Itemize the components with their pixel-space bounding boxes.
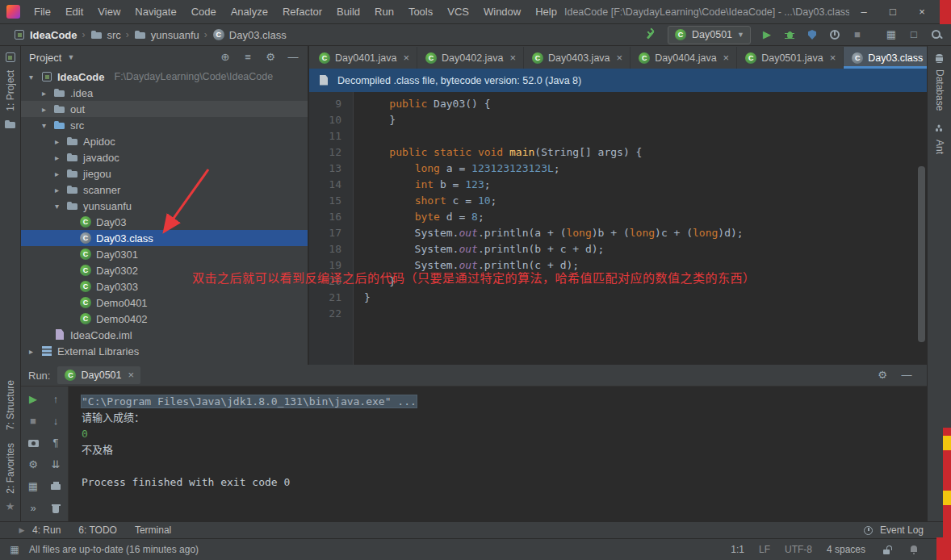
close-icon[interactable]: × <box>403 52 409 64</box>
expand-arrow-icon[interactable]: ▸ <box>39 105 49 114</box>
star-icon[interactable]: ★ <box>4 500 17 513</box>
run-tab-day0501[interactable]: C Day0501 × <box>57 366 140 384</box>
toolwindow-4-run-button[interactable]: ▶4: Run <box>6 522 69 538</box>
toolwindow-structure-button[interactable]: 7: Structure <box>5 380 16 430</box>
expand-arrow-icon[interactable]: ▸ <box>52 137 62 146</box>
tree-item-scanner[interactable]: ▸scanner <box>21 182 308 198</box>
lock-icon[interactable] <box>880 543 893 556</box>
menu-edit[interactable]: Edit <box>58 0 90 23</box>
file-encoding[interactable]: UTF-8 <box>785 544 812 555</box>
tree-item-external-libraries[interactable]: ▸External Libraries <box>21 343 308 359</box>
close-icon[interactable]: × <box>723 52 730 64</box>
stop-icon[interactable]: ■ <box>851 28 864 41</box>
rerun-button[interactable]: ▶ <box>25 392 41 407</box>
menu-window[interactable]: Window <box>476 0 528 23</box>
expand-arrow-icon[interactable]: ▸ <box>52 186 62 194</box>
ant-icon[interactable] <box>933 123 946 136</box>
line-separator[interactable]: LF <box>759 544 770 555</box>
menu-tools[interactable]: Tools <box>401 0 440 23</box>
stop-button[interactable]: ■ <box>25 414 41 428</box>
toolwindow-favorites-button[interactable]: 2: Favorites <box>5 443 16 494</box>
menu-vcs[interactable]: VCS <box>440 0 476 23</box>
run-icon[interactable]: ▶ <box>760 28 773 41</box>
maximize-button[interactable]: □ <box>878 0 907 23</box>
screenshot-button[interactable] <box>25 436 41 450</box>
caret-position[interactable]: 1:1 <box>731 544 744 555</box>
close-icon[interactable]: × <box>510 52 517 64</box>
breadcrumb-item-yunsuanfu[interactable]: yunsuanfu <box>132 28 201 41</box>
close-icon[interactable]: × <box>830 52 836 64</box>
indent-style[interactable]: 4 spaces <box>827 544 865 555</box>
tab-day0403-java[interactable]: CDay0403.java× <box>524 47 631 69</box>
tab-day0404-java[interactable]: CDay0404.java× <box>631 47 737 69</box>
tree-item-ideacode[interactable]: ▾IdeaCodeF:\DaydayLearning\Code\IdeaCode <box>21 69 308 85</box>
menu-navigate[interactable]: Navigate <box>128 0 183 23</box>
debug-icon[interactable] <box>783 28 796 41</box>
tree-item-idea[interactable]: ▸.idea <box>21 85 308 101</box>
editor-scrollbar-thumb[interactable] <box>918 166 925 342</box>
event-log-button[interactable]: Event Log <box>862 524 945 537</box>
tab-day0401-java[interactable]: CDay0401.java× <box>311 47 417 69</box>
expand-arrow-icon[interactable]: ▸ <box>52 153 62 162</box>
minimize-button[interactable]: – <box>849 0 878 23</box>
collapse-all-button[interactable]: ≡ <box>241 51 254 64</box>
breadcrumb-item-day03-class[interactable]: CDay03.class <box>211 28 288 41</box>
settings-button[interactable]: ⚙ <box>876 369 889 382</box>
bell-icon[interactable] <box>907 543 920 556</box>
collapse-arrow-icon[interactable]: ▾ <box>39 121 49 130</box>
up-button[interactable]: ↑ <box>48 392 64 407</box>
menu-code[interactable]: Code <box>184 0 224 23</box>
project-panel-title[interactable]: Project <box>29 52 61 64</box>
chevron-down-icon[interactable]: ▼ <box>67 53 74 61</box>
run-config-selector[interactable]: C Day0501 ▼ <box>668 26 751 44</box>
locate-button[interactable]: ⊕ <box>219 51 232 64</box>
hide-button[interactable]: — <box>900 369 913 382</box>
settings-button[interactable]: ⚙ <box>264 51 277 64</box>
tree-item-demo0401[interactable]: CDemo0401 <box>21 295 308 311</box>
scroll-end-button[interactable]: ⇊ <box>48 458 64 472</box>
database-icon[interactable] <box>933 52 946 65</box>
folder-icon[interactable] <box>4 118 17 131</box>
breadcrumb-item-src[interactable]: src <box>89 28 123 41</box>
editor-code-area[interactable]: 9 public Day03() {10 }1112 public static… <box>309 92 927 365</box>
tool-windows-icon[interactable]: ▦ <box>885 28 898 41</box>
softwrap-button[interactable]: ¶ <box>48 436 64 450</box>
close-icon[interactable]: × <box>128 370 135 381</box>
project-view-icon[interactable] <box>4 51 17 64</box>
tree-item-yunsuanfu[interactable]: ▾yunsuanfu <box>21 198 308 214</box>
toolwindow-6-todo-button[interactable]: 6: TODO <box>69 522 126 538</box>
tree-item-jiegou[interactable]: ▸jiegou <box>21 165 308 182</box>
restore-layout-button[interactable]: ▦ <box>25 479 41 494</box>
menu-build[interactable]: Build <box>329 0 367 23</box>
expand-arrow-icon[interactable]: ▸ <box>52 169 62 178</box>
close-button[interactable]: × <box>907 0 936 23</box>
breadcrumb-item-ideacode[interactable]: IdeaCode <box>11 28 79 41</box>
hide-button[interactable]: — <box>287 51 300 64</box>
expand-arrow-icon[interactable]: ▸ <box>39 89 49 98</box>
menu-run[interactable]: Run <box>367 0 401 23</box>
down-button[interactable]: ↓ <box>48 414 64 428</box>
layout-icon[interactable]: □ <box>907 28 920 41</box>
menu-view[interactable]: View <box>90 0 128 23</box>
tree-item-ideacode-iml[interactable]: IdeaCode.iml <box>21 327 308 343</box>
toolwindow-database-button[interactable]: Database <box>934 69 945 111</box>
tree-item-apidoc[interactable]: ▸Apidoc <box>21 133 308 149</box>
menu-refactor[interactable]: Refactor <box>275 0 329 23</box>
tree-item-out[interactable]: ▸out <box>21 101 308 117</box>
collapse-arrow-icon[interactable]: ▾ <box>26 73 36 81</box>
tree-item-javadoc[interactable]: ▸javadoc <box>21 149 308 165</box>
toolwindow-terminal-button[interactable]: Terminal <box>126 522 180 538</box>
tool-window-switcher-icon[interactable]: ▦ <box>8 543 21 556</box>
tree-item-day03[interactable]: CDay03 <box>21 214 308 230</box>
toolwindow-project-button[interactable]: 1: Project <box>5 70 16 111</box>
tree-item-demo0402[interactable]: CDemo0402 <box>21 311 308 327</box>
print-button[interactable] <box>48 479 64 494</box>
profiler-icon[interactable] <box>828 28 841 41</box>
menu-analyze[interactable]: Analyze <box>224 0 275 23</box>
menu-help[interactable]: Help <box>528 0 564 23</box>
more-button[interactable]: » <box>25 501 41 516</box>
toolwindow-ant-button[interactable]: Ant <box>934 140 945 154</box>
coverage-icon[interactable] <box>806 28 819 41</box>
console-output[interactable]: "C:\Program Files\Java\jdk1.8.0_131\bin\… <box>69 387 927 521</box>
clear-button[interactable] <box>48 501 64 516</box>
